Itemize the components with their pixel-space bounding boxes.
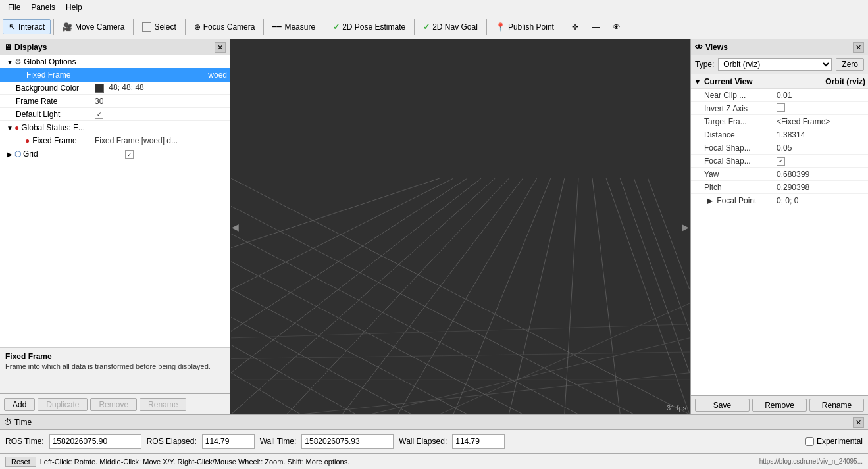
svg-line-7	[453, 178, 551, 414]
global-options-row[interactable]: ▼ ⚙ Global Options	[0, 55, 230, 68]
sep-6	[414, 19, 415, 35]
pose-estimate-button[interactable]: ✓ 2D Pose Estimate	[327, 20, 411, 34]
svg-line-10	[592, 178, 620, 414]
focal-shape-1-value: 0.05	[777, 143, 865, 153]
near-clip-row[interactable]: Near Clip ... 0.01	[691, 89, 868, 102]
ros-elapsed-input[interactable]	[202, 434, 255, 449]
current-view-header[interactable]: ▼ Current View Orbit (rviz)	[691, 74, 868, 89]
displays-panel-header: 🖥 Displays ✕	[0, 39, 230, 55]
svg-line-2	[231, 324, 690, 338]
eye-button[interactable]: 👁	[607, 20, 626, 34]
views-save-button[interactable]: Save	[695, 399, 750, 412]
views-buttons-row: Save Remove Rename	[691, 395, 868, 414]
grid-checkbox[interactable]: ✓	[125, 150, 134, 159]
main-content: 🖥 Displays ✕ ▼ ⚙ Global Options Fixed Fr…	[0, 39, 868, 414]
toolbar: ↖ Interact 🎥 Move Camera Select ⊕ Focus …	[0, 14, 868, 39]
measure-button[interactable]: ━━ Measure	[267, 20, 321, 34]
focus-camera-button[interactable]: ⊕ Focus Camera	[188, 20, 261, 34]
default-light-label: Default Light	[3, 110, 95, 119]
views-close-button[interactable]: ✕	[853, 42, 864, 53]
focal-point-row[interactable]: ▶ Focal Point 0; 0; 0	[691, 194, 868, 207]
svg-line-8	[509, 178, 564, 414]
wall-time-label: Wall Time:	[260, 437, 297, 446]
global-status-row[interactable]: ▼ ● Global Status: E...	[0, 121, 230, 134]
camera-icon: 🎥	[63, 22, 72, 32]
pitch-row[interactable]: Pitch 0.290398	[691, 181, 868, 194]
svg-line-27	[301, 373, 690, 414]
views-type-select[interactable]: Orbit (rviz)	[718, 58, 832, 71]
publish-point-button[interactable]: 📍 Publish Point	[490, 20, 560, 34]
svg-line-13	[634, 178, 689, 331]
fixed-frame-value: woed	[208, 70, 227, 80]
menu-file[interactable]: File	[3, 2, 26, 12]
ros-time-input[interactable]	[49, 434, 141, 449]
interact-button[interactable]: ↖ Interact	[3, 19, 51, 34]
global-status-fixed-frame-row[interactable]: ● Fixed Frame Fixed Frame [woed] d...	[0, 134, 230, 147]
displays-close-button[interactable]: ✕	[215, 42, 226, 53]
pitch-label: Pitch	[704, 183, 777, 192]
rename-button[interactable]: Rename	[140, 398, 186, 411]
current-view-label: Current View	[704, 77, 753, 86]
viewport-right-arrow[interactable]: ▶	[680, 219, 690, 235]
svg-line-12	[620, 178, 690, 373]
select-button[interactable]: Select	[136, 20, 182, 34]
default-light-row[interactable]: Default Light ✓	[0, 108, 230, 121]
status-fixed-frame-value: Fixed Frame [woed] d...	[95, 136, 227, 145]
wall-elapsed-input[interactable]	[452, 434, 505, 449]
focal-shape-2-row[interactable]: Focal Shap... ✓	[691, 155, 868, 168]
displays-title: Displays	[14, 43, 47, 52]
frame-rate-row[interactable]: Frame Rate 30	[0, 95, 230, 108]
status-fixed-frame-label: Fixed Frame	[32, 136, 76, 145]
svg-line-22	[231, 262, 523, 414]
svg-line-29	[440, 303, 690, 414]
fps-counter: 31 fps	[667, 404, 686, 412]
pitch-value: 0.290398	[777, 183, 865, 192]
focal-shape-checkbox[interactable]: ✓	[777, 157, 785, 166]
time-close-button[interactable]: ✕	[853, 417, 864, 428]
sep-2	[133, 19, 134, 35]
frame-rate-value: 30	[95, 97, 227, 106]
focus-icon: ⊕	[194, 22, 201, 32]
menubar: File Panels Help	[0, 0, 868, 14]
nav-icon: ✓	[423, 22, 430, 32]
duplicate-button[interactable]: Duplicate	[38, 398, 88, 411]
global-options-label: Global Options	[24, 57, 227, 66]
reset-button[interactable]: Reset	[5, 457, 36, 467]
minus-button[interactable]: —	[586, 20, 605, 34]
target-frame-row[interactable]: Target Fra... <Fixed Frame>	[691, 115, 868, 128]
monitor-icon: 🖥	[4, 43, 12, 52]
nav-goal-button[interactable]: ✓ 2D Nav Goal	[417, 20, 484, 34]
default-light-checkbox[interactable]: ✓	[95, 111, 103, 119]
views-type-row: Type: Orbit (rviz) Zero	[691, 55, 868, 74]
wall-time-input[interactable]	[301, 434, 394, 449]
color-swatch	[95, 84, 104, 93]
grid-row[interactable]: ▶ ⬡ Grid ✓	[0, 147, 230, 160]
views-type-label: Type:	[695, 60, 714, 69]
invert-z-row[interactable]: Invert Z Axis	[691, 102, 868, 115]
add-crosshair-button[interactable]: ✛	[566, 20, 584, 34]
invert-z-checkbox[interactable]	[777, 103, 785, 112]
pose-label: 2D Pose Estimate	[342, 22, 405, 32]
views-zero-button[interactable]: Zero	[836, 58, 864, 71]
viewport-left-arrow[interactable]: ◀	[230, 219, 240, 235]
yaw-label: Yaw	[704, 170, 777, 179]
views-title: Views	[705, 43, 728, 52]
add-button[interactable]: Add	[4, 398, 35, 411]
experimental-checkbox[interactable]	[805, 437, 814, 446]
views-rename-button[interactable]: Rename	[809, 399, 864, 412]
views-remove-button[interactable]: Remove	[752, 399, 807, 412]
focal-shape-1-row[interactable]: Focal Shap... 0.05	[691, 141, 868, 155]
remove-button[interactable]: Remove	[90, 398, 137, 411]
menu-panels[interactable]: Panels	[26, 2, 61, 12]
clock-icon: ⏱	[4, 418, 12, 427]
menu-help[interactable]: Help	[61, 2, 88, 12]
yaw-row[interactable]: Yaw 0.680399	[691, 168, 868, 181]
displays-buttons-row: Add Duplicate Remove Rename	[0, 393, 230, 414]
svg-line-15	[231, 178, 481, 373]
viewport[interactable]: ◀ ▶ 31 fps	[230, 39, 690, 414]
fixed-frame-row[interactable]: Fixed Frame woed	[0, 68, 230, 82]
status-bar-url: https://blog.csdn.net/viv_n_24095...	[759, 458, 863, 465]
background-color-row[interactable]: Background Color 48; 48; 48	[0, 82, 230, 95]
distance-row[interactable]: Distance 1.38314	[691, 128, 868, 141]
move-camera-button[interactable]: 🎥 Move Camera	[57, 20, 130, 34]
